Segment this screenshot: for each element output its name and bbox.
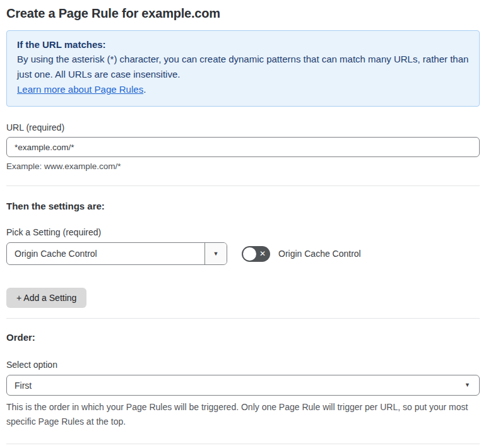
- divider: [6, 186, 480, 186]
- origin-cache-control-toggle[interactable]: ✕: [242, 246, 270, 262]
- info-box-body: By using the asterisk (*) character, you…: [17, 52, 469, 82]
- order-select-label: Select option: [6, 360, 480, 370]
- toggle-off-x-icon: ✕: [259, 250, 266, 257]
- url-field-label: URL (required): [6, 122, 480, 133]
- chevron-down-icon: ▼: [465, 382, 470, 388]
- add-setting-button[interactable]: + Add a Setting: [6, 288, 86, 308]
- setting-dropdown-value: Origin Cache Control: [7, 243, 204, 264]
- setting-dropdown-caret-button[interactable]: ▼: [204, 243, 227, 264]
- divider: [6, 318, 480, 319]
- order-section-heading: Order:: [6, 332, 480, 343]
- url-example-helper: Example: www.example.com/*: [6, 162, 480, 171]
- url-input[interactable]: [6, 137, 480, 157]
- pick-setting-label: Pick a Setting (required): [6, 227, 480, 237]
- setting-dropdown[interactable]: Origin Cache Control ▼: [6, 242, 227, 265]
- order-dropdown[interactable]: First ▼: [6, 375, 480, 396]
- page-title: Create a Page Rule for example.com: [6, 6, 480, 21]
- order-dropdown-value: First: [15, 380, 32, 391]
- link-suffix: .: [143, 84, 146, 95]
- info-box-link-line: Learn more about Page Rules.: [17, 82, 469, 97]
- chevron-down-icon: ▼: [213, 251, 219, 257]
- divider: [6, 444, 480, 444]
- toggle-knob: [243, 247, 256, 261]
- url-match-info-box: If the URL matches: By using the asteris…: [6, 30, 480, 107]
- info-box-heading: If the URL matches:: [17, 39, 469, 50]
- toggle-label: Origin Cache Control: [278, 249, 361, 259]
- create-page-rule-form: Create a Page Rule for example.com If th…: [0, 0, 486, 448]
- order-helper-text: This is the order in which your Page Rul…: [6, 400, 477, 429]
- settings-section-heading: Then the settings are:: [6, 201, 480, 211]
- learn-more-link[interactable]: Learn more about Page Rules: [17, 84, 143, 95]
- setting-row: Origin Cache Control ▼ ✕ Origin Cache Co…: [6, 242, 480, 265]
